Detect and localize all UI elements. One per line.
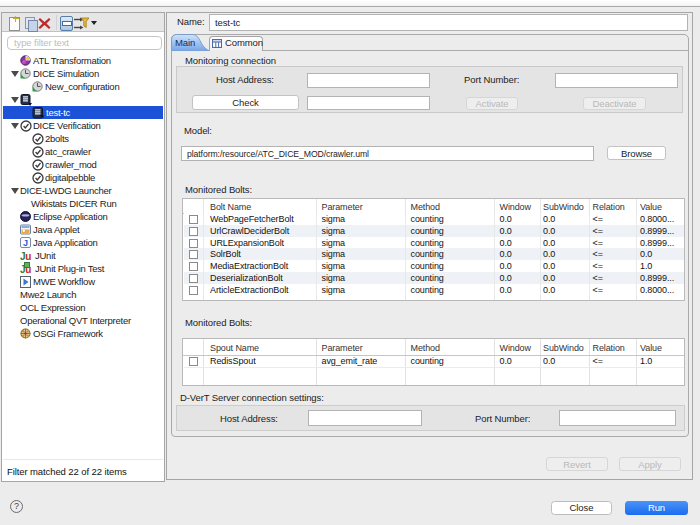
svg-text:J: J <box>23 238 28 248</box>
